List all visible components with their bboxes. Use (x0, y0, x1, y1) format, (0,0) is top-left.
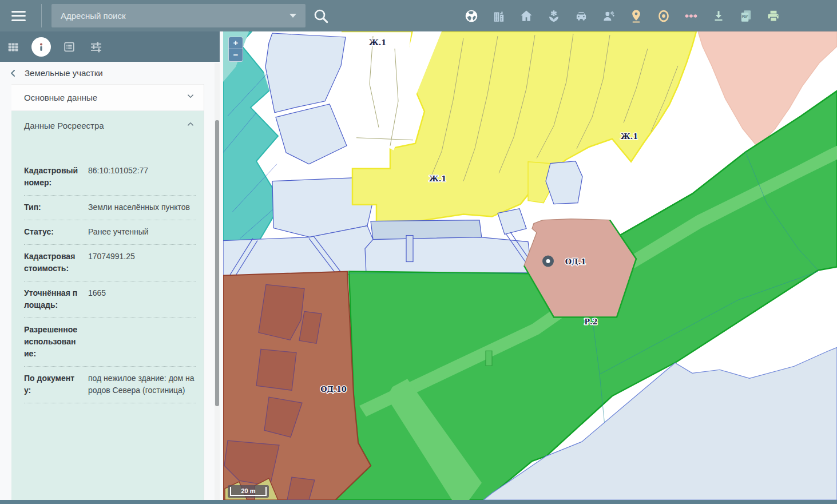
map-tools: PDF (462, 8, 783, 24)
blue-small-parcel[interactable] (546, 161, 582, 204)
field-row: Кадастровый номер:86:10:101052:77 (24, 159, 196, 196)
building-footprint (486, 351, 492, 366)
chevron-up-icon (185, 119, 196, 132)
field-label: Статус: (24, 226, 80, 238)
blue-block-band[interactable] (371, 220, 482, 240)
home-icon[interactable] (517, 8, 535, 24)
zone-label-r2: Р.2 (584, 318, 597, 326)
field-label: Тип: (24, 201, 80, 213)
back-icon[interactable] (5, 65, 22, 82)
panel-edge-line (204, 84, 204, 500)
top-toolbar: Адресный поиск (0, 0, 837, 31)
zoom-out-button[interactable]: − (228, 49, 243, 62)
rosreestr-fields: Кадастровый номер:86:10:101052:77 Тип:Зе… (11, 140, 204, 403)
menu-icon[interactable] (11, 8, 27, 23)
chevron-down-icon (289, 14, 296, 18)
zone-label-zh1: Ж.1 (369, 38, 387, 47)
zoom-in-button[interactable]: + (228, 37, 243, 49)
field-row: По документу:под нежилое здание: дом нар… (24, 367, 196, 403)
field-value: под нежилое здание: дом народов Севера (… (88, 372, 196, 396)
field-row: Кадастровая стоимость:17074991.25 (24, 245, 196, 281)
zone-label-zh1: Ж.1 (429, 174, 447, 183)
header-divider (41, 4, 42, 27)
rosreestr-section: Данные Росреестра Кадастровый номер:86:1… (11, 111, 204, 500)
field-label: Кадастровая стоимость: (24, 251, 80, 275)
field-label: Кадастровый номер: (24, 165, 80, 189)
field-value: Земли населённых пунктов (88, 201, 196, 213)
field-row: Разрешенное использование: (24, 318, 196, 367)
car-icon[interactable] (572, 8, 590, 24)
field-row: Уточнённая площадь:1665 (24, 281, 196, 318)
nature-icon[interactable] (545, 8, 563, 24)
target-icon[interactable] (654, 8, 673, 24)
search-type-select[interactable]: Адресный поиск (51, 4, 306, 27)
blue-block-main[interactable] (365, 237, 532, 274)
scale-bar: 20 m (228, 485, 269, 498)
services-icon[interactable] (600, 8, 618, 24)
info-sidebar: Земельные участки Основные данные Данные… (0, 31, 223, 500)
field-label: Уточнённая площадь: (24, 287, 80, 311)
selected-parcel-marker[interactable] (542, 256, 554, 267)
tab-layers-grid[interactable] (5, 37, 22, 57)
bottom-bar (0, 500, 837, 504)
scale-bar-label: 20 m (241, 487, 255, 494)
search-input[interactable]: Адресный поиск (51, 11, 289, 21)
chevron-down-icon (185, 91, 196, 104)
sidebar-scrollbar-thumb[interactable] (215, 120, 219, 406)
field-value: 1665 (88, 287, 196, 311)
zoom-controls: + − (228, 37, 243, 62)
zone-label-od1: ОД.1 (565, 257, 586, 266)
field-row: Тип:Земли населённых пунктов (24, 196, 196, 220)
panel-title-row: Земельные участки (0, 62, 220, 84)
pdf-icon[interactable]: PDF (737, 8, 755, 24)
buildings-icon[interactable] (490, 8, 508, 24)
tab-list[interactable] (61, 37, 78, 57)
field-value (88, 324, 196, 360)
zone-label-zh1: Ж.1 (621, 132, 638, 141)
sidebar-tabbar (0, 31, 220, 62)
tab-info-active[interactable] (31, 37, 51, 57)
accordion-rosreestr-label: Данные Росреестра (24, 121, 104, 130)
download-icon[interactable] (709, 8, 728, 24)
location-pin-icon[interactable] (627, 8, 645, 24)
globe-icon[interactable] (462, 8, 481, 24)
field-value: 17074991.25 (88, 251, 196, 275)
field-value: Ранее учтенный (88, 226, 196, 238)
field-label: По документу: (24, 372, 80, 396)
map-canvas[interactable]: Ж.1 Ж.1 Ж.1 ОД.1 Р.2 ОД.10 20 m (223, 31, 837, 500)
field-value: 86:10:101052:77 (88, 165, 196, 189)
accordion-main-data[interactable]: Основные данные (11, 84, 204, 110)
more-dots-icon[interactable] (682, 8, 700, 24)
field-row: Статус:Ранее учтенный (24, 220, 196, 245)
building-footprint (406, 236, 413, 262)
panel-title: Земельные участки (25, 68, 103, 78)
zone-label-od10: ОД.10 (320, 385, 346, 394)
accordion-rosreestr[interactable]: Данные Росреестра (11, 111, 204, 140)
field-label: Разрешенное использование: (24, 324, 80, 360)
search-button[interactable] (312, 7, 330, 25)
print-icon[interactable] (764, 8, 783, 24)
tab-settings-sliders[interactable] (88, 37, 105, 57)
accordion-main-data-label: Основные данные (24, 93, 97, 102)
pdf-icon-label: PDF (742, 15, 749, 18)
